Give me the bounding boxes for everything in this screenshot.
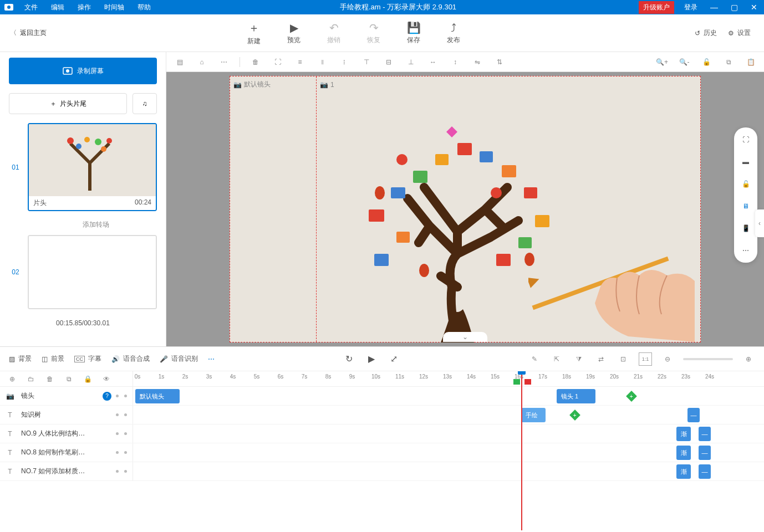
menu-help[interactable]: 帮助 [131, 3, 157, 12]
marker-icon[interactable]: ⇱ [550, 352, 563, 366]
record-screen-button[interactable]: 录制屏幕 [9, 58, 157, 84]
slide-item-1[interactable]: 01 片头 00:24 [9, 123, 157, 211]
back-home-button[interactable]: 〈 返回主页 [0, 28, 57, 38]
settings-button[interactable]: ⚙设置 [728, 28, 751, 38]
track-text-2-head[interactable]: T NO.9 人体比例结构… [0, 424, 133, 443]
clip-gradient[interactable]: 渐 [676, 427, 691, 441]
edit-icon[interactable]: ✎ [528, 352, 541, 366]
menu-file[interactable]: 文件 [18, 3, 44, 12]
keyframe-add[interactable]: + [626, 391, 637, 402]
zoom-in-icon[interactable]: 🔍+ [655, 55, 669, 69]
track-text-4-body[interactable]: 渐 — [133, 462, 764, 480]
fullscreen-icon[interactable]: ⛶ [739, 133, 752, 146]
fit-icon[interactable]: 1:1 [639, 352, 652, 366]
align-left-icon[interactable]: ≡ [293, 55, 307, 69]
tts-tool[interactable]: 🔊语音合成 [111, 354, 150, 364]
dock-more-icon[interactable]: ⋯ [739, 244, 752, 257]
minimize-button[interactable]: — [704, 3, 724, 12]
canvas-viewport[interactable]: 📷 默认镜头 📷 1 [166, 72, 764, 346]
subtitle-tool[interactable]: CC字幕 [74, 354, 101, 364]
home-icon[interactable]: ⌂ [195, 55, 208, 69]
unlock-icon[interactable]: 🔓 [739, 177, 752, 191]
clip-end-marker[interactable]: — [699, 446, 711, 460]
slide-item-2[interactable]: 02 [9, 235, 157, 309]
save-button[interactable]: 💾保存 [394, 21, 434, 45]
track-text-3-body[interactable]: 渐 — [133, 443, 764, 462]
track-text-3-head[interactable]: T NO.8 如何制作笔刷… [0, 443, 133, 462]
align-right-icon[interactable]: ⫶ [338, 55, 351, 69]
slide-thumbnail[interactable] [28, 235, 157, 309]
play-button[interactable]: ▶ [368, 354, 375, 364]
history-button[interactable]: ↺历史 [695, 28, 717, 38]
track-text-2-body[interactable]: 渐 — [133, 424, 764, 443]
track-camera-head[interactable]: 📷 镜头 ? [0, 387, 133, 405]
copy-icon[interactable]: ⧉ [722, 55, 735, 69]
clip-end-marker[interactable]: — [699, 427, 711, 441]
distribute-h-icon[interactable]: ↔ [426, 55, 440, 69]
add-track-icon[interactable]: ⊕ [6, 372, 19, 386]
undo-button[interactable]: ↶撤销 [314, 21, 354, 45]
crop-icon[interactable]: ⛶ [271, 55, 284, 69]
stage[interactable]: 📷 默认镜头 📷 1 [230, 76, 701, 342]
clip-camera-1[interactable]: 镜头 1 [557, 389, 595, 403]
eye-icon[interactable]: 👁 [100, 372, 113, 386]
align-bottom-icon[interactable]: ⊥ [404, 55, 417, 69]
expand-handle[interactable]: ‹ [755, 209, 764, 237]
intro-outro-button[interactable]: ＋片头片尾 [9, 93, 127, 114]
flip-v-icon[interactable]: ⇅ [493, 55, 506, 69]
foreground-tool[interactable]: ◫前景 [42, 354, 64, 364]
track-camera-body[interactable]: 默认镜头 镜头 1 + [133, 387, 764, 405]
expand-icon[interactable]: ⤢ [390, 354, 398, 364]
clip-icon[interactable]: ⊡ [617, 352, 630, 366]
redo-button[interactable]: ↷恢复 [354, 21, 394, 45]
more-icon[interactable]: ⋯ [217, 55, 231, 69]
maximize-button[interactable]: ▢ [724, 3, 744, 12]
trash-track-icon[interactable]: 🗑 [43, 372, 57, 386]
filter-icon[interactable]: ⧩ [572, 352, 585, 366]
align-middle-icon[interactable]: ⊟ [382, 55, 395, 69]
clip-end-marker[interactable]: — [687, 408, 700, 422]
upgrade-button[interactable]: 升级账户 [639, 1, 674, 14]
distribute-v-icon[interactable]: ↕ [449, 55, 462, 69]
duplicate-icon[interactable]: ⧉ [62, 372, 75, 386]
time-ruler[interactable]: 0s1s2s3s4s5s6s7s8s9s10s11s12s13s14s15s16… [133, 371, 764, 386]
add-transition-button[interactable]: 添加转场 [9, 217, 157, 235]
asr-tool[interactable]: 🎤语音识别 [160, 354, 198, 364]
publish-button[interactable]: ⤴发布 [434, 22, 473, 45]
align-top-icon[interactable]: ⊤ [360, 55, 373, 69]
trash-icon[interactable]: 🗑 [249, 55, 262, 69]
menu-edit[interactable]: 编辑 [44, 3, 71, 12]
new-button[interactable]: ＋新建 [234, 21, 274, 46]
more-tools-icon[interactable]: ⋯ [208, 355, 215, 363]
track-text-1-head[interactable]: T 知识树 [0, 406, 133, 424]
lock-icon[interactable]: 🔓 [700, 55, 713, 69]
zoom-out-icon[interactable]: 🔍- [678, 55, 691, 69]
track-text-1-body[interactable]: 手绘 + — [133, 406, 764, 424]
align-center-icon[interactable]: ⫴ [315, 55, 329, 69]
close-button[interactable]: ✕ [744, 3, 764, 12]
zoom-slider[interactable] [683, 358, 733, 360]
keyframe-add[interactable]: + [569, 410, 580, 421]
slide-thumbnail[interactable]: 片头 00:24 [28, 123, 157, 211]
menu-timeline[interactable]: 时间轴 [98, 3, 131, 12]
lock-track-icon[interactable]: 🔒 [81, 372, 94, 386]
layer-dock-icon[interactable]: ▬ [739, 155, 752, 168]
help-icon[interactable]: ? [103, 392, 111, 401]
marker-green[interactable] [513, 379, 520, 385]
clip-default-camera[interactable]: 默认镜头 [135, 389, 180, 403]
playhead[interactable] [521, 371, 522, 530]
music-button[interactable]: ♫ [133, 93, 157, 114]
track-text-4-head[interactable]: T NO.7 如何添加材质… [0, 462, 133, 480]
preview-button[interactable]: ▶预览 [274, 21, 314, 45]
desktop-icon[interactable]: 🖥 [739, 200, 752, 213]
paste-icon[interactable]: 📋 [744, 55, 757, 69]
login-button[interactable]: 登录 [678, 3, 704, 12]
clip-gradient[interactable]: 渐 [676, 446, 691, 460]
background-tool[interactable]: ▨背景 [9, 354, 32, 364]
layer-icon[interactable]: ▤ [173, 55, 186, 69]
collapse-handle[interactable]: ⌄ [443, 332, 487, 342]
zoom-in-tl-icon[interactable]: ⊕ [742, 352, 755, 366]
link-icon[interactable]: ⇄ [594, 352, 608, 366]
marker-red[interactable] [524, 379, 531, 385]
clip-end-marker[interactable]: — [699, 464, 711, 479]
